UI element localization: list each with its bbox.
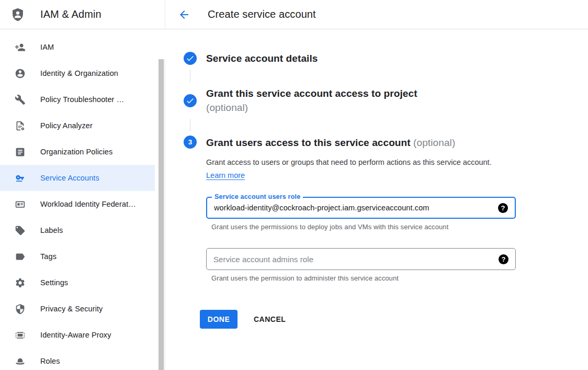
page-header: Create service account bbox=[165, 0, 588, 29]
sidebar-item-privacy-security[interactable]: Privacy & Security bbox=[0, 296, 155, 322]
id-card-icon bbox=[15, 199, 26, 210]
service-account-users-role-field[interactable]: Service account users role ? bbox=[206, 197, 516, 219]
product-header: IAM & Admin bbox=[0, 0, 165, 29]
step-3-optional-label: (optional) bbox=[413, 137, 455, 148]
sidebar-item-label: IAM bbox=[40, 43, 54, 51]
step-2-completed-check-icon bbox=[184, 94, 197, 107]
sidebar-item-labels[interactable]: Labels bbox=[0, 217, 155, 243]
step-3-title-text: Grant users access to this service accou… bbox=[206, 137, 411, 148]
product-title: IAM & Admin bbox=[40, 8, 101, 20]
wrench-icon bbox=[15, 94, 26, 105]
step-2-title: Grant this service account access to pro… bbox=[206, 86, 417, 115]
sidebar-item-label: Labels bbox=[40, 226, 63, 234]
step-3-grant-users-access: 3 Grant users access to this service acc… bbox=[184, 136, 588, 150]
sidebar-item-settings[interactable]: Settings bbox=[0, 270, 155, 296]
sidebar-item-roles[interactable]: Roles bbox=[0, 348, 155, 370]
page-title: Create service account bbox=[208, 8, 316, 20]
sidebar-item-workload-identity-federation[interactable]: Workload Identity Federat… bbox=[0, 191, 155, 217]
sidebar-item-label: Workload Identity Federat… bbox=[40, 200, 136, 208]
sidebar-item-policy-analyzer[interactable]: Policy Analyzer bbox=[0, 113, 155, 139]
sidebar-scrollbar-track bbox=[159, 59, 165, 370]
create-service-account-panel: Service account details Grant this servi… bbox=[165, 29, 588, 370]
done-button[interactable]: DONE bbox=[200, 310, 238, 329]
admins-role-input[interactable] bbox=[207, 255, 499, 264]
sidebar-item-identity-organization[interactable]: Identity & Organization bbox=[0, 60, 155, 86]
users-role-helper-text: Grant users the permissions to deploy jo… bbox=[211, 223, 588, 231]
users-role-help-icon[interactable]: ? bbox=[498, 203, 508, 213]
step-1-title: Service account details bbox=[206, 51, 318, 65]
sidebar-item-label: Policy Analyzer bbox=[40, 121, 93, 130]
step-2-grant-access-to-project: Grant this service account access to pro… bbox=[184, 86, 588, 115]
sidebar-item-label: Privacy & Security bbox=[40, 305, 103, 313]
person-add-icon bbox=[15, 42, 26, 53]
service-account-admins-role-field[interactable]: ? bbox=[206, 248, 516, 270]
step-2-title-text: Grant this service account access to pro… bbox=[206, 88, 417, 99]
step-connector bbox=[190, 70, 190, 82]
sidebar-item-label: Roles bbox=[40, 357, 60, 365]
step-2-optional-label: (optional) bbox=[206, 100, 417, 115]
users-role-floating-label: Service account users role bbox=[212, 193, 303, 200]
sidebar-item-label: Policy Troubleshooter … bbox=[40, 95, 124, 104]
step-1-service-account-details: Service account details bbox=[184, 51, 588, 65]
sidebar-item-organization-policies[interactable]: Organization Policies bbox=[0, 139, 155, 165]
sidebar-item-iam[interactable]: IAM bbox=[0, 34, 155, 60]
form-actions: DONE CANCEL bbox=[200, 310, 588, 329]
admins-role-helper-text: Grant users the permission to administer… bbox=[211, 274, 588, 282]
person-circle-icon bbox=[15, 68, 26, 79]
sidebar-item-label: Organization Policies bbox=[40, 148, 112, 156]
document-gear-icon bbox=[15, 120, 26, 131]
shield-icon bbox=[15, 304, 26, 315]
cancel-button[interactable]: CANCEL bbox=[254, 315, 286, 323]
label-arrow-icon bbox=[15, 251, 26, 262]
sidebar-item-tags[interactable]: Tags bbox=[0, 243, 155, 270]
step-connector bbox=[190, 119, 190, 131]
step-1-completed-check-icon bbox=[184, 52, 197, 65]
sidebar-item-label: Settings bbox=[40, 278, 68, 287]
sidebar-item-identity-aware-proxy[interactable]: Identity-Aware Proxy bbox=[0, 322, 155, 348]
step-3-title: Grant users access to this service accou… bbox=[206, 136, 455, 150]
tag-icon bbox=[15, 225, 26, 236]
sidebar-item-policy-troubleshooter[interactable]: Policy Troubleshooter … bbox=[0, 86, 155, 113]
sidebar-item-label: Tags bbox=[40, 252, 56, 261]
sidebar-item-label: Service Accounts bbox=[40, 174, 99, 182]
users-role-input[interactable] bbox=[207, 204, 498, 212]
admins-role-help-icon[interactable]: ? bbox=[499, 254, 508, 264]
step-3-number-badge: 3 bbox=[184, 136, 197, 149]
sidebar-nav: IAM Identity & Organization Policy Troub… bbox=[0, 29, 165, 370]
key-icon bbox=[15, 173, 26, 184]
sidebar-item-service-accounts[interactable]: Service Accounts bbox=[0, 165, 155, 191]
gear-icon bbox=[15, 277, 26, 288]
step-3-description-text: Grant access to users or groups that nee… bbox=[206, 158, 492, 166]
sidebar-scrollbar-thumb[interactable] bbox=[159, 59, 164, 370]
article-icon bbox=[15, 147, 26, 158]
hat-icon bbox=[15, 356, 26, 367]
step-3-description: Grant access to users or groups that nee… bbox=[206, 156, 499, 182]
sidebar-item-label: Identity & Organization bbox=[40, 69, 118, 77]
grant-users-form: Service account users role ? Grant users… bbox=[206, 197, 588, 282]
sidebar-item-label: Identity-Aware Proxy bbox=[40, 331, 111, 339]
step-3-number: 3 bbox=[188, 138, 193, 146]
learn-more-link[interactable]: Learn more bbox=[206, 171, 245, 180]
app-header: IAM & Admin Create service account bbox=[0, 0, 588, 29]
back-arrow-icon[interactable] bbox=[178, 8, 190, 21]
proxy-frame-icon bbox=[15, 330, 26, 341]
iam-shield-logo-icon bbox=[10, 7, 25, 23]
